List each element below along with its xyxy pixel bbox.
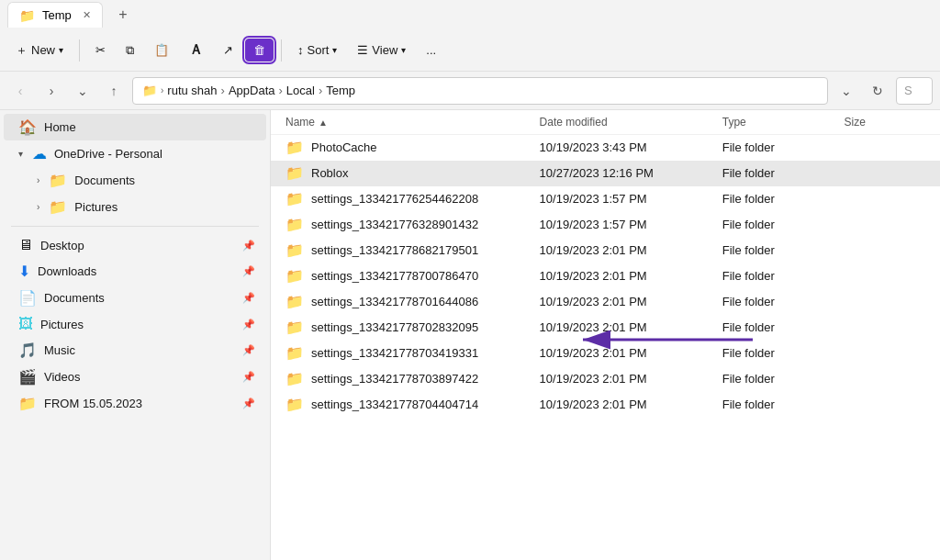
file-date-cell: 10/19/2023 2:01 PM	[540, 346, 722, 360]
table-row[interactable]: 📁 settings_133421778701644086 10/19/2023…	[271, 289, 940, 315]
sidebar-item-home[interactable]: 🏠 Home	[4, 114, 266, 140]
downloads-pin-icon: 📌	[242, 265, 255, 277]
home-icon: 🏠	[18, 118, 37, 136]
tab-close-button[interactable]: ✕	[83, 9, 91, 21]
sort-button[interactable]: ↕ Sort ▾	[289, 39, 345, 62]
column-name[interactable]: Name ▲	[285, 116, 540, 129]
sidebar-item-documents[interactable]: › 📁 Documents	[4, 167, 266, 194]
address-dropdown-button[interactable]: ⌄	[834, 78, 859, 104]
address-bar: ‹ › ⌄ ↑ 📁 › rutu shah › AppData › Local …	[0, 72, 940, 110]
forward-button[interactable]: ›	[39, 78, 64, 104]
file-date-cell: 10/19/2023 1:57 PM	[540, 218, 722, 231]
delete-icon: 🗑	[253, 43, 265, 57]
search-text: S	[904, 84, 912, 97]
paste-button[interactable]: 📋	[146, 39, 177, 62]
folder-icon: 📁	[285, 190, 304, 207]
copy-button[interactable]: ⧉	[118, 39, 142, 62]
path-part-temp[interactable]: Temp	[326, 84, 355, 97]
file-name-text: settings_133421778701644086	[311, 295, 478, 308]
file-name-text: settings_133421778704404714	[311, 398, 478, 411]
main-area: 🏠 Home ▾ ☁ OneDrive - Personal › 📁 Docum…	[0, 110, 940, 560]
sort-dropdown-icon: ▾	[332, 45, 337, 55]
path-sep-2: ›	[278, 84, 282, 97]
up-button[interactable]: ↑	[101, 78, 127, 104]
search-box[interactable]: S	[896, 77, 933, 105]
sidebar-item-documents2[interactable]: 📄 Documents 📌	[4, 285, 266, 311]
active-tab[interactable]: 📁 Temp ✕	[7, 2, 103, 28]
file-name-cell: 📁 settings_133421778702832095	[285, 319, 540, 336]
back-button[interactable]: ‹	[7, 78, 33, 104]
column-size[interactable]: Size	[845, 116, 926, 129]
table-row[interactable]: 📁 Roblox 10/27/2023 12:16 PM File folder	[271, 161, 940, 186]
column-date[interactable]: Date modified	[540, 116, 722, 129]
desktop-pin-icon: 📌	[242, 240, 255, 252]
table-row[interactable]: 📁 settings_133421778703897422 10/19/2023…	[271, 366, 940, 392]
sidebar-label-from-date: FROM 15.05.2023	[44, 397, 142, 410]
copy-icon: ⧉	[126, 43, 134, 58]
new-label: New	[31, 43, 55, 57]
table-row[interactable]: 📁 settings_133421778704404714 10/19/2023…	[271, 392, 940, 418]
table-row[interactable]: 📁 settings_133421778703419331 10/19/2023…	[271, 341, 940, 366]
address-path[interactable]: 📁 › rutu shah › AppData › Local › Temp	[132, 77, 828, 105]
file-date-cell: 10/19/2023 2:01 PM	[540, 320, 722, 334]
new-button[interactable]: ＋ New ▾	[7, 38, 72, 63]
file-type-cell: File folder	[722, 346, 845, 360]
videos-icon: 🎬	[18, 368, 37, 386]
sidebar-label-downloads: Downloads	[38, 264, 96, 278]
sidebar-label-pictures: Pictures	[74, 200, 118, 214]
sidebar-item-from-date[interactable]: 📁 FROM 15.05.2023 📌	[4, 390, 266, 417]
file-date-cell: 10/19/2023 2:01 PM	[540, 243, 722, 257]
file-date-cell: 10/19/2023 2:01 PM	[540, 372, 722, 386]
cut-button[interactable]: ✂	[87, 39, 114, 62]
table-row[interactable]: 📁 settings_133421778702832095 10/19/2023…	[271, 315, 940, 341]
file-type-cell: File folder	[722, 192, 845, 206]
file-date-cell: 10/19/2023 1:57 PM	[540, 192, 722, 206]
view-button[interactable]: ☰ View ▾	[349, 39, 414, 62]
new-tab-button[interactable]: +	[110, 2, 136, 28]
desktop-icon: 🖥	[18, 237, 33, 253]
sort-label: Sort	[308, 43, 330, 57]
share-icon: ↗	[223, 43, 233, 57]
column-type-label: Type	[722, 116, 746, 129]
sidebar-item-desktop[interactable]: 🖥 Desktop 📌	[4, 232, 266, 258]
sidebar-item-videos[interactable]: 🎬 Videos 📌	[4, 364, 266, 390]
onedrive-expand-icon: ▾	[18, 149, 23, 159]
pictures-folder-icon: 📁	[49, 198, 67, 216]
sidebar-item-music[interactable]: 🎵 Music 📌	[4, 337, 266, 364]
folder-icon: 📁	[285, 267, 304, 285]
path-folder-icon: 📁	[142, 84, 157, 97]
table-row[interactable]: 📁 PhotoCache 10/19/2023 3:43 PM File fol…	[271, 135, 940, 161]
sidebar-item-onedrive[interactable]: ▾ ☁ OneDrive - Personal	[4, 140, 266, 167]
refresh-button[interactable]: ↻	[865, 78, 890, 104]
path-arrow-1: ›	[161, 85, 163, 95]
column-date-label: Date modified	[540, 116, 608, 129]
file-type-cell: File folder	[722, 218, 845, 231]
sidebar-label-desktop: Desktop	[40, 239, 84, 252]
documents-folder-icon: 📁	[49, 172, 67, 189]
sidebar-item-pictures2[interactable]: 🖼 Pictures 📌	[4, 311, 266, 337]
sidebar-item-downloads[interactable]: ⬇ Downloads 📌	[4, 258, 266, 285]
table-row[interactable]: 📁 settings_133421778682179501 10/19/2023…	[271, 238, 940, 263]
path-part-local[interactable]: Local	[286, 84, 315, 97]
share-button[interactable]: ↗	[215, 39, 241, 62]
onedrive-icon: ☁	[32, 145, 47, 162]
file-name-text: settings_133421778700786470	[311, 269, 478, 283]
downloads-icon: ⬇	[18, 263, 30, 280]
file-name-text: settings_133421776328901432	[311, 218, 478, 231]
tab-title: Temp	[42, 8, 72, 22]
folder-icon: 📁	[285, 216, 304, 233]
table-row[interactable]: 📁 settings_133421778700786470 10/19/2023…	[271, 263, 940, 289]
file-type-cell: File folder	[722, 166, 845, 180]
table-row[interactable]: 📁 settings_133421776328901432 10/19/2023…	[271, 212, 940, 238]
path-part-appdata[interactable]: AppData	[229, 84, 275, 97]
delete-button[interactable]: 🗑	[245, 39, 274, 62]
path-part-user[interactable]: rutu shah	[167, 84, 217, 97]
file-name-cell: 📁 settings_133421778701644086	[285, 293, 540, 310]
more-button[interactable]: ...	[418, 39, 444, 62]
table-row[interactable]: 📁 settings_133421776254462208 10/19/2023…	[271, 186, 940, 212]
videos-pin-icon: 📌	[242, 371, 255, 383]
sidebar-item-pictures[interactable]: › 📁 Pictures	[4, 194, 266, 220]
recent-button[interactable]: ⌄	[70, 78, 95, 104]
column-type[interactable]: Type	[722, 116, 845, 129]
rename-button[interactable]: Ａ	[181, 37, 211, 63]
